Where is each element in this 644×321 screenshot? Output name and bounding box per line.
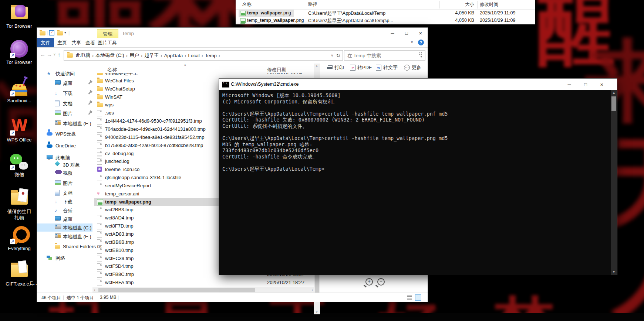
breadcrumb-item[interactable]: 用户 <box>129 52 139 59</box>
file-name[interactable]: wctBB6B.tmp <box>105 239 134 245</box>
breadcrumb-item[interactable]: 本地磁盘 (C:) <box>95 52 124 59</box>
column-divider[interactable] <box>439 1 440 8</box>
file-name[interactable]: temp_cursor.ani <box>105 191 139 197</box>
sidebar-item-3D 对象[interactable]: 3D 对象 <box>37 161 92 169</box>
scroll-up-icon[interactable]: ▲ <box>611 91 617 95</box>
column-header-modified[interactable]: 修改日期 <box>267 66 286 73</box>
ribbon-collapse-icon[interactable]: ∨ <box>411 40 413 44</box>
sidebar-item-Shared Folders (\\[interactable]: Shared Folders (\\ <box>37 243 92 251</box>
file-name[interactable]: wctAD83.tmp <box>105 231 134 237</box>
file-name[interactable]: wctFB8C.tmp <box>105 272 134 277</box>
wps-toolbar-to-text-button[interactable]: W转文字 <box>376 64 398 71</box>
sidebar-item-网络[interactable]: 网络 <box>37 254 92 262</box>
desktop-icon-birthday-gift-folder[interactable]: 倩倩的生日礼物 <box>0 188 38 208</box>
file-name[interactable]: b1758850-af3b-42a0-b013-87cdf8dcbe28.tmp <box>105 143 203 148</box>
ribbon-tab-主页[interactable]: 主页 <box>55 38 69 47</box>
help-icon[interactable]: ? <box>418 40 424 45</box>
sidebar-item-视频[interactable]: 视频 <box>37 169 92 177</box>
partially-hidden-icon-label[interactable]: E... <box>22 280 44 286</box>
file-name[interactable]: jusched.log <box>105 158 129 164</box>
address-dropdown-icon[interactable]: ∨ <box>331 54 334 57</box>
file-name[interactable]: .ses <box>105 110 114 116</box>
details-view-icon[interactable] <box>407 295 412 300</box>
file-name[interactable]: temp_wallpaper.png <box>105 199 151 205</box>
scroll-down-icon[interactable]: ∨ <box>316 310 318 314</box>
back-icon[interactable]: ← <box>40 51 45 58</box>
file-name[interactable]: wctEC39.tmp <box>105 256 134 261</box>
ribbon-tab-文件[interactable]: 文件 <box>37 38 54 47</box>
zoom-in-icon[interactable]: + <box>365 278 373 286</box>
close-button[interactable]: × <box>595 79 609 89</box>
file-name[interactable]: vmware-起早王 <box>105 73 138 76</box>
sidebar-item-音乐[interactable]: ♪音乐 <box>37 206 92 215</box>
column-divider[interactable] <box>477 1 478 8</box>
qat-check-icon[interactable]: ✓ <box>49 30 54 35</box>
breadcrumb-item[interactable]: 起早王 <box>144 52 159 59</box>
scroll-left-icon[interactable]: ‹ <box>94 288 95 292</box>
recent-locations-icon[interactable]: ∨ <box>53 52 56 56</box>
minimize-button[interactable]: ─ <box>562 79 576 89</box>
file-name[interactable]: WinSAT <box>105 94 122 100</box>
breadcrumb-item[interactable]: 此电脑 <box>76 52 90 59</box>
thumbnail-view-icon[interactable] <box>415 294 421 301</box>
sidebar-item-文档[interactable]: 文档 <box>37 189 92 197</box>
ribbon-tab-图片工具[interactable]: 图片工具 <box>97 38 118 47</box>
scroll-up-icon[interactable]: ∧ <box>316 64 318 68</box>
scroll-right-icon[interactable]: › <box>312 288 313 292</box>
file-row-vmware-起早王[interactable]: vmware-起早王2025/3/10 18:24 <box>92 73 314 76</box>
desktop-icon-tor-browser[interactable]: ↗Tor Browser <box>0 39 38 58</box>
search-result-row[interactable]: temp_temp_wallpaper.pngC:\Users\起早王\AppD… <box>236 17 535 24</box>
file-name[interactable]: 704acdda-2bec-4d9d-ac01-62d44131a800.tmp <box>105 126 206 132</box>
file-name[interactable]: wct8AD4.tmp <box>105 215 134 221</box>
file-row-wctFBFA.tmp[interactable]: wctFBFA.tmp2025/10/21 18:27 <box>92 279 314 286</box>
column-header-modified[interactable]: 修改时间 <box>480 0 498 9</box>
desktop-icon-wps-office[interactable]: W↗WPS Office <box>0 117 38 136</box>
scrollbar-thumb[interactable] <box>98 288 255 292</box>
file-name[interactable]: wps <box>105 102 114 107</box>
column-header-size[interactable]: 大小 <box>413 0 474 9</box>
sidebar-item-快速访问[interactable]: ★快速访问 <box>37 69 92 78</box>
maximize-button[interactable]: □ <box>579 79 593 89</box>
wps-toolbar-print-button[interactable]: 打印 <box>327 64 344 71</box>
address-bar[interactable]: 此电脑›本地磁盘 (C:)›用户›起早王›AppData›Local›Temp›… <box>64 50 343 61</box>
file-name[interactable]: WeChat Files <box>105 78 134 83</box>
sidebar-item-本地磁盘 (C:)[interactable]: 本地磁盘 (C:) <box>37 223 92 232</box>
sidebar-item-WPS云盘[interactable]: WPS云盘 <box>37 130 92 138</box>
up-icon[interactable]: ↑ <box>58 51 61 58</box>
file-name[interactable]: loveme_icon.ico <box>105 167 139 172</box>
contextual-tab-manage[interactable]: 管理 <box>97 29 118 38</box>
file-name[interactable]: temp_temp_wallpaper.png <box>247 18 304 23</box>
column-header-path[interactable]: 路径 <box>308 0 317 9</box>
file-name[interactable]: wctEB10.tmp <box>105 247 134 253</box>
desktop-icon-wechat[interactable]: ↗微信 <box>0 151 38 171</box>
file-name[interactable]: wctFBFA.tmp <box>105 280 134 285</box>
file-name[interactable]: temp_wallpaper.png <box>247 10 291 16</box>
sidebar-item-桌面[interactable]: 桌面 <box>37 79 92 87</box>
scroll-down-icon[interactable]: ▼ <box>611 270 617 274</box>
forward-icon[interactable]: → <box>47 51 52 58</box>
file-name[interactable]: wctF5D4.tmp <box>105 263 134 269</box>
cmd-scrollbar[interactable]: ▲ ▼ <box>611 90 617 275</box>
ribbon-tab-查看[interactable]: 查看 <box>84 38 97 47</box>
ribbon-tab-共享[interactable]: 共享 <box>70 38 83 47</box>
column-divider[interactable] <box>306 1 306 8</box>
sidebar-item-桌面[interactable]: 桌面 <box>37 215 92 223</box>
sidebar-item-下载[interactable]: ↓下载 <box>37 198 92 206</box>
file-name[interactable]: 1c4f4442-4174-46d9-9530-c7f0912951f3.tmp <box>105 118 202 124</box>
breadcrumb-item[interactable]: Temp <box>205 53 217 58</box>
search-icon[interactable] <box>419 52 422 56</box>
wps-toolbar-to-pdf-button[interactable]: P转PDF <box>350 64 372 71</box>
qat-dropdown-icon[interactable]: ▾ <box>64 31 66 34</box>
cmd-titlebar[interactable]: C:\ C:\Windows\System32\cmd.exe ─ □ × <box>219 79 617 90</box>
desktop-icon-tor-browser-folder[interactable]: Tor Browser <box>0 3 38 22</box>
column-header-name[interactable]: 名称 <box>107 66 117 73</box>
search-result-row[interactable]: temp_wallpaper.pngC:\Users\起早王\AppData\L… <box>236 10 535 17</box>
sidebar-item-图片[interactable]: 图片 <box>37 109 92 117</box>
sidebar-item-下载[interactable]: ↓下载 <box>37 89 92 97</box>
sidebar-item-本地磁盘 (E:)[interactable]: 本地磁盘 (E:) <box>37 119 92 127</box>
desktop-icon-everything[interactable]: ↗Everything <box>0 225 38 245</box>
sidebar-item-本地磁盘 (E:)[interactable]: 本地磁盘 (E:) <box>37 232 92 240</box>
sidebar-item-图片[interactable]: 图片 <box>37 179 92 187</box>
breadcrumb-item[interactable]: Local <box>188 53 200 58</box>
qat-folder-icon[interactable] <box>57 31 63 35</box>
